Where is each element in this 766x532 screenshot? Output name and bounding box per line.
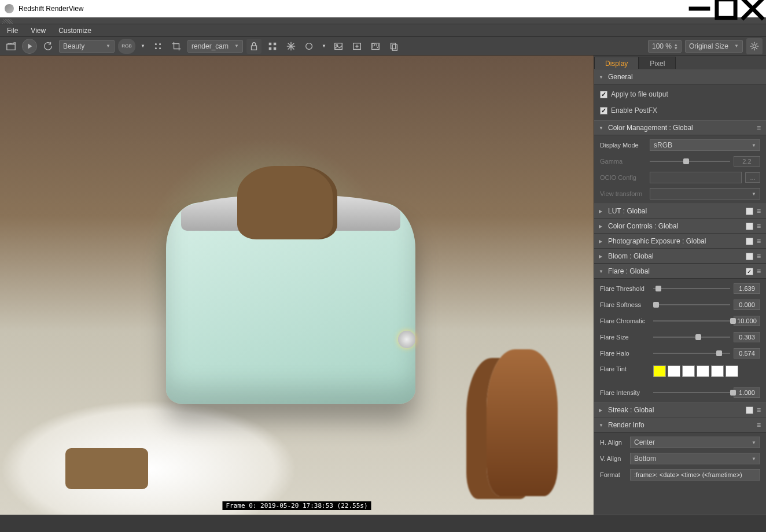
dock-grip[interactable] <box>0 17 766 24</box>
section-flare-header[interactable]: ▼Flare : Global✓≡ <box>594 264 766 279</box>
bloom-enable-checkbox[interactable] <box>746 253 753 260</box>
menu-icon[interactable]: ≡ <box>757 124 761 132</box>
statusbar <box>0 515 766 532</box>
gamma-value: 2.2 <box>734 156 760 167</box>
pv-icon[interactable]: PV <box>368 39 383 54</box>
svg-rect-30 <box>391 43 396 49</box>
image-icon[interactable] <box>331 39 346 54</box>
clapperboard-icon[interactable] <box>3 39 19 54</box>
flare-threshold-value[interactable]: 1.639 <box>734 283 760 294</box>
close-button[interactable] <box>739 0 766 17</box>
halign-dropdown[interactable]: Center▼ <box>630 437 760 448</box>
circle-icon[interactable] <box>302 39 317 54</box>
apply-file-output-checkbox[interactable]: ✓ <box>600 91 607 98</box>
menu-view[interactable]: View <box>27 25 49 36</box>
play-button[interactable] <box>22 39 37 54</box>
svg-rect-31 <box>392 45 397 50</box>
svg-point-9 <box>156 43 157 45</box>
lut-enable-checkbox[interactable] <box>746 208 753 215</box>
copy-icon[interactable] <box>386 39 402 54</box>
crop-icon[interactable] <box>169 39 184 54</box>
section-streak-header[interactable]: ▶Streak : Global≡ <box>594 402 766 418</box>
circle-menu-arrow[interactable]: ▼ <box>321 39 327 54</box>
snapshot-add-icon[interactable] <box>349 39 364 54</box>
flare-threshold-slider[interactable] <box>653 285 730 293</box>
flare-softness-value[interactable]: 0.000 <box>734 300 760 310</box>
toolbar: Beauty▼ RGB ▼ render_cam▼ ▼ PV 100 %▴▾ O… <box>0 37 766 56</box>
view-transform-dropdown: ▼ <box>650 188 760 200</box>
svg-point-32 <box>753 45 756 47</box>
section-render-info-header[interactable]: ▼Render Info≡ <box>594 418 766 433</box>
size-dropdown[interactable]: Original Size▼ <box>685 40 743 53</box>
svg-point-22 <box>306 43 312 49</box>
flare-tint-swatch-0[interactable] <box>653 365 666 377</box>
apply-file-output-label: Apply to file output <box>611 90 668 98</box>
flare-size-value[interactable]: 0.303 <box>734 332 760 342</box>
camera-value: render_cam <box>192 42 229 50</box>
window-title: Redshift RenderView <box>19 5 686 13</box>
scene-shakers <box>487 349 558 496</box>
flare-halo-slider[interactable] <box>653 349 730 357</box>
svg-rect-15 <box>274 42 277 45</box>
section-bloom-header[interactable]: ▶Bloom : Global≡ <box>594 249 766 264</box>
flare-tint-swatch-4[interactable] <box>711 365 724 377</box>
svg-point-12 <box>160 47 161 49</box>
svg-marker-8 <box>28 43 32 49</box>
settings-gear-icon[interactable] <box>746 38 763 54</box>
grid-icon[interactable] <box>265 39 280 54</box>
refresh-icon[interactable] <box>40 39 56 54</box>
zoom-field[interactable]: 100 %▴▾ <box>648 40 682 53</box>
flare-tint-swatch-1[interactable] <box>668 365 680 377</box>
color-controls-enable-checkbox[interactable] <box>746 223 753 230</box>
svg-point-24 <box>336 44 338 46</box>
render-viewport[interactable]: Frame 0: 2019-05-20 17:38:53 (22.55s) <box>0 56 594 515</box>
section-general-header[interactable]: ▼General <box>594 69 766 84</box>
flare-tint-swatch-5[interactable] <box>726 365 738 377</box>
minimize-button[interactable] <box>686 0 713 17</box>
flare-intensity-slider[interactable] <box>653 389 730 397</box>
ocio-browse-button: ... <box>745 172 760 183</box>
photo-exposure-enable-checkbox[interactable] <box>746 238 753 245</box>
aov-dropdown[interactable]: Beauty▼ <box>59 40 115 53</box>
section-photo-exposure-header[interactable]: ▶Photographic Exposure : Global≡ <box>594 234 766 249</box>
scene-toast <box>237 166 332 239</box>
channel-menu-arrow[interactable]: ▼ <box>139 39 147 54</box>
panel-tabs: Display Pixel <box>594 56 766 69</box>
flare-chromatic-slider[interactable] <box>653 317 730 325</box>
flare-softness-slider[interactable] <box>653 301 730 309</box>
lock-icon[interactable] <box>246 39 262 54</box>
frame-info-label: Frame 0: 2019-05-20 17:38:53 (22.55s) <box>222 501 371 510</box>
camera-dropdown[interactable]: render_cam▼ <box>187 40 243 53</box>
section-color-controls-header[interactable]: ▶Color Controls : Global≡ <box>594 219 766 234</box>
svg-rect-13 <box>252 46 257 50</box>
svg-rect-17 <box>274 47 277 50</box>
svg-rect-1 <box>717 0 735 18</box>
format-input[interactable]: :frame>: <date> <time> (<frametime>) <box>630 469 760 481</box>
enable-postfx-checkbox[interactable]: ✓ <box>600 107 607 114</box>
svg-point-11 <box>160 43 161 45</box>
flare-tint-swatch-2[interactable] <box>682 365 695 377</box>
menu-file[interactable]: File <box>3 25 21 36</box>
flare-chromatic-value[interactable]: 10.000 <box>734 316 760 326</box>
window-titlebar: Redshift RenderView <box>0 0 766 17</box>
streak-enable-checkbox[interactable] <box>746 407 753 414</box>
tab-display[interactable]: Display <box>594 57 639 69</box>
section-color-mgmt-header[interactable]: ▼Color Management : Global≡ <box>594 120 766 135</box>
flare-halo-value[interactable]: 0.574 <box>734 348 760 359</box>
flare-intensity-value[interactable]: 1.000 <box>734 387 760 398</box>
rgb-channel-button[interactable]: RGB <box>118 39 135 54</box>
section-lut-header[interactable]: ▶LUT : Global≡ <box>594 204 766 219</box>
svg-rect-16 <box>269 47 272 50</box>
tab-pixel[interactable]: Pixel <box>639 57 676 69</box>
aov-value: Beauty <box>63 42 84 50</box>
menu-customize[interactable]: Customize <box>55 25 95 36</box>
grip-dots-icon[interactable] <box>150 39 165 54</box>
flare-size-slider[interactable] <box>653 333 730 341</box>
freeze-icon[interactable] <box>283 39 299 54</box>
valign-dropdown[interactable]: Bottom▼ <box>630 453 760 464</box>
flare-tint-swatch-3[interactable] <box>697 365 709 377</box>
maximize-button[interactable] <box>713 0 739 17</box>
scene-plate <box>0 400 297 515</box>
display-mode-dropdown[interactable]: sRGB▼ <box>650 139 760 151</box>
flare-enable-checkbox[interactable]: ✓ <box>746 268 753 275</box>
